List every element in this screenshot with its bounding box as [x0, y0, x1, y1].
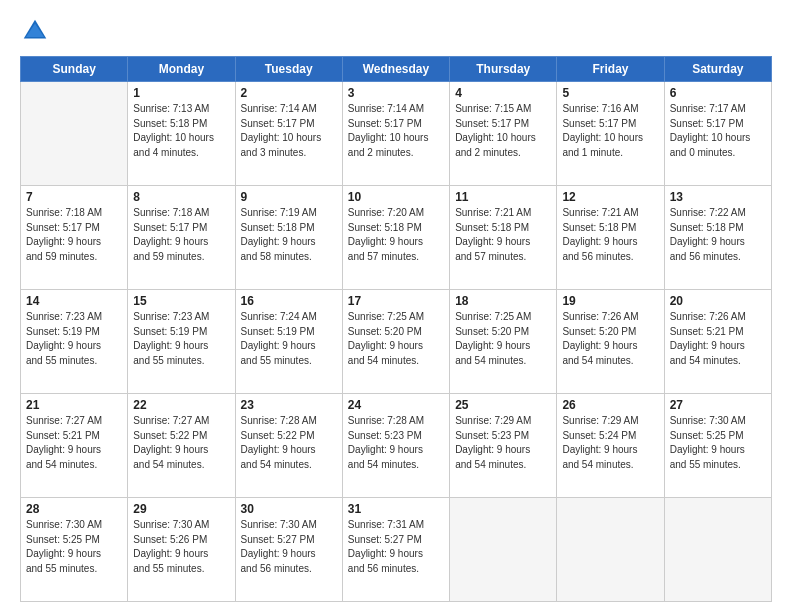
- calendar-cell: 2Sunrise: 7:14 AM Sunset: 5:17 PM Daylig…: [235, 82, 342, 186]
- day-info: Sunrise: 7:18 AM Sunset: 5:17 PM Dayligh…: [26, 206, 122, 264]
- day-info: Sunrise: 7:18 AM Sunset: 5:17 PM Dayligh…: [133, 206, 229, 264]
- day-number: 9: [241, 190, 337, 204]
- day-number: 15: [133, 294, 229, 308]
- day-number: 24: [348, 398, 444, 412]
- day-number: 14: [26, 294, 122, 308]
- calendar-cell: 15Sunrise: 7:23 AM Sunset: 5:19 PM Dayli…: [128, 290, 235, 394]
- day-info: Sunrise: 7:17 AM Sunset: 5:17 PM Dayligh…: [670, 102, 766, 160]
- weekday-tuesday: Tuesday: [235, 57, 342, 82]
- day-info: Sunrise: 7:16 AM Sunset: 5:17 PM Dayligh…: [562, 102, 658, 160]
- day-number: 7: [26, 190, 122, 204]
- day-number: 25: [455, 398, 551, 412]
- calendar-cell: [664, 498, 771, 602]
- day-info: Sunrise: 7:20 AM Sunset: 5:18 PM Dayligh…: [348, 206, 444, 264]
- calendar-cell: 10Sunrise: 7:20 AM Sunset: 5:18 PM Dayli…: [342, 186, 449, 290]
- logo: [20, 16, 54, 46]
- weekday-thursday: Thursday: [450, 57, 557, 82]
- day-number: 13: [670, 190, 766, 204]
- day-info: Sunrise: 7:30 AM Sunset: 5:27 PM Dayligh…: [241, 518, 337, 576]
- day-number: 10: [348, 190, 444, 204]
- day-number: 4: [455, 86, 551, 100]
- calendar-cell: 22Sunrise: 7:27 AM Sunset: 5:22 PM Dayli…: [128, 394, 235, 498]
- logo-icon: [20, 16, 50, 46]
- day-info: Sunrise: 7:30 AM Sunset: 5:25 PM Dayligh…: [670, 414, 766, 472]
- weekday-saturday: Saturday: [664, 57, 771, 82]
- day-number: 17: [348, 294, 444, 308]
- calendar-cell: 9Sunrise: 7:19 AM Sunset: 5:18 PM Daylig…: [235, 186, 342, 290]
- day-number: 22: [133, 398, 229, 412]
- calendar-cell: 17Sunrise: 7:25 AM Sunset: 5:20 PM Dayli…: [342, 290, 449, 394]
- calendar-cell: 30Sunrise: 7:30 AM Sunset: 5:27 PM Dayli…: [235, 498, 342, 602]
- day-number: 28: [26, 502, 122, 516]
- day-number: 1: [133, 86, 229, 100]
- day-number: 19: [562, 294, 658, 308]
- week-row-1: 7Sunrise: 7:18 AM Sunset: 5:17 PM Daylig…: [21, 186, 772, 290]
- calendar-cell: [21, 82, 128, 186]
- calendar-cell: 5Sunrise: 7:16 AM Sunset: 5:17 PM Daylig…: [557, 82, 664, 186]
- calendar-cell: 21Sunrise: 7:27 AM Sunset: 5:21 PM Dayli…: [21, 394, 128, 498]
- day-info: Sunrise: 7:19 AM Sunset: 5:18 PM Dayligh…: [241, 206, 337, 264]
- calendar-cell: 16Sunrise: 7:24 AM Sunset: 5:19 PM Dayli…: [235, 290, 342, 394]
- calendar-table: SundayMondayTuesdayWednesdayThursdayFrid…: [20, 56, 772, 602]
- calendar-cell: 14Sunrise: 7:23 AM Sunset: 5:19 PM Dayli…: [21, 290, 128, 394]
- week-row-3: 21Sunrise: 7:27 AM Sunset: 5:21 PM Dayli…: [21, 394, 772, 498]
- calendar-cell: 3Sunrise: 7:14 AM Sunset: 5:17 PM Daylig…: [342, 82, 449, 186]
- day-number: 31: [348, 502, 444, 516]
- day-info: Sunrise: 7:22 AM Sunset: 5:18 PM Dayligh…: [670, 206, 766, 264]
- calendar-cell: 7Sunrise: 7:18 AM Sunset: 5:17 PM Daylig…: [21, 186, 128, 290]
- day-number: 6: [670, 86, 766, 100]
- day-info: Sunrise: 7:30 AM Sunset: 5:25 PM Dayligh…: [26, 518, 122, 576]
- day-info: Sunrise: 7:31 AM Sunset: 5:27 PM Dayligh…: [348, 518, 444, 576]
- calendar-cell: 24Sunrise: 7:28 AM Sunset: 5:23 PM Dayli…: [342, 394, 449, 498]
- day-info: Sunrise: 7:23 AM Sunset: 5:19 PM Dayligh…: [133, 310, 229, 368]
- day-info: Sunrise: 7:28 AM Sunset: 5:23 PM Dayligh…: [348, 414, 444, 472]
- weekday-header-row: SundayMondayTuesdayWednesdayThursdayFrid…: [21, 57, 772, 82]
- day-number: 5: [562, 86, 658, 100]
- day-info: Sunrise: 7:26 AM Sunset: 5:20 PM Dayligh…: [562, 310, 658, 368]
- day-number: 27: [670, 398, 766, 412]
- day-number: 8: [133, 190, 229, 204]
- header: [20, 16, 772, 46]
- calendar-cell: 18Sunrise: 7:25 AM Sunset: 5:20 PM Dayli…: [450, 290, 557, 394]
- day-info: Sunrise: 7:13 AM Sunset: 5:18 PM Dayligh…: [133, 102, 229, 160]
- week-row-2: 14Sunrise: 7:23 AM Sunset: 5:19 PM Dayli…: [21, 290, 772, 394]
- day-number: 11: [455, 190, 551, 204]
- calendar-cell: 28Sunrise: 7:30 AM Sunset: 5:25 PM Dayli…: [21, 498, 128, 602]
- day-info: Sunrise: 7:28 AM Sunset: 5:22 PM Dayligh…: [241, 414, 337, 472]
- calendar-cell: 31Sunrise: 7:31 AM Sunset: 5:27 PM Dayli…: [342, 498, 449, 602]
- calendar-cell: 12Sunrise: 7:21 AM Sunset: 5:18 PM Dayli…: [557, 186, 664, 290]
- day-number: 2: [241, 86, 337, 100]
- calendar-cell: 23Sunrise: 7:28 AM Sunset: 5:22 PM Dayli…: [235, 394, 342, 498]
- day-info: Sunrise: 7:30 AM Sunset: 5:26 PM Dayligh…: [133, 518, 229, 576]
- day-info: Sunrise: 7:29 AM Sunset: 5:23 PM Dayligh…: [455, 414, 551, 472]
- day-number: 3: [348, 86, 444, 100]
- day-info: Sunrise: 7:29 AM Sunset: 5:24 PM Dayligh…: [562, 414, 658, 472]
- day-info: Sunrise: 7:25 AM Sunset: 5:20 PM Dayligh…: [348, 310, 444, 368]
- day-info: Sunrise: 7:14 AM Sunset: 5:17 PM Dayligh…: [241, 102, 337, 160]
- day-number: 23: [241, 398, 337, 412]
- calendar-cell: 20Sunrise: 7:26 AM Sunset: 5:21 PM Dayli…: [664, 290, 771, 394]
- calendar-cell: 4Sunrise: 7:15 AM Sunset: 5:17 PM Daylig…: [450, 82, 557, 186]
- day-number: 21: [26, 398, 122, 412]
- weekday-monday: Monday: [128, 57, 235, 82]
- week-row-0: 1Sunrise: 7:13 AM Sunset: 5:18 PM Daylig…: [21, 82, 772, 186]
- day-info: Sunrise: 7:24 AM Sunset: 5:19 PM Dayligh…: [241, 310, 337, 368]
- week-row-4: 28Sunrise: 7:30 AM Sunset: 5:25 PM Dayli…: [21, 498, 772, 602]
- day-number: 12: [562, 190, 658, 204]
- day-info: Sunrise: 7:26 AM Sunset: 5:21 PM Dayligh…: [670, 310, 766, 368]
- day-info: Sunrise: 7:21 AM Sunset: 5:18 PM Dayligh…: [562, 206, 658, 264]
- calendar-cell: 13Sunrise: 7:22 AM Sunset: 5:18 PM Dayli…: [664, 186, 771, 290]
- calendar-cell: 26Sunrise: 7:29 AM Sunset: 5:24 PM Dayli…: [557, 394, 664, 498]
- day-number: 20: [670, 294, 766, 308]
- weekday-sunday: Sunday: [21, 57, 128, 82]
- day-number: 26: [562, 398, 658, 412]
- day-info: Sunrise: 7:27 AM Sunset: 5:21 PM Dayligh…: [26, 414, 122, 472]
- calendar-cell: 27Sunrise: 7:30 AM Sunset: 5:25 PM Dayli…: [664, 394, 771, 498]
- page: SundayMondayTuesdayWednesdayThursdayFrid…: [0, 0, 792, 612]
- day-info: Sunrise: 7:23 AM Sunset: 5:19 PM Dayligh…: [26, 310, 122, 368]
- calendar-cell: 8Sunrise: 7:18 AM Sunset: 5:17 PM Daylig…: [128, 186, 235, 290]
- day-number: 18: [455, 294, 551, 308]
- calendar-cell: 19Sunrise: 7:26 AM Sunset: 5:20 PM Dayli…: [557, 290, 664, 394]
- day-info: Sunrise: 7:21 AM Sunset: 5:18 PM Dayligh…: [455, 206, 551, 264]
- day-info: Sunrise: 7:15 AM Sunset: 5:17 PM Dayligh…: [455, 102, 551, 160]
